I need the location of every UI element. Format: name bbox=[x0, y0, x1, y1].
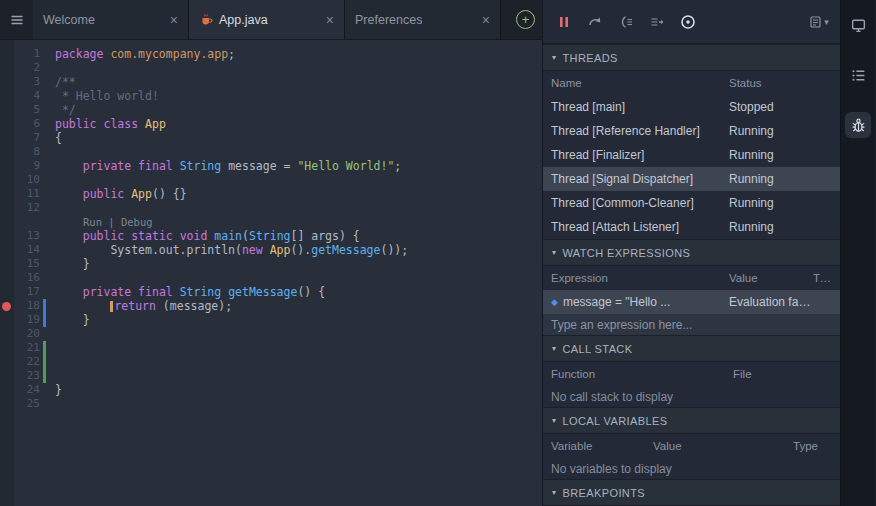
line-number[interactable]: 24 bbox=[14, 383, 40, 397]
breakpoint-margin[interactable] bbox=[0, 285, 14, 299]
breakpoint-margin[interactable] bbox=[0, 159, 14, 173]
code-text[interactable]: * Hello world! bbox=[49, 89, 159, 103]
line-number[interactable]: 2 bbox=[14, 61, 40, 75]
breakpoint-margin[interactable] bbox=[0, 257, 14, 271]
breakpoint-margin[interactable] bbox=[0, 355, 14, 369]
code-text[interactable]: } bbox=[49, 257, 90, 271]
code-text[interactable]: return (message); bbox=[49, 299, 232, 313]
code-line[interactable]: 8 bbox=[0, 145, 542, 159]
code-line[interactable]: 21 bbox=[0, 341, 542, 355]
line-number[interactable]: 18 bbox=[14, 299, 40, 313]
close-icon[interactable]: × bbox=[326, 13, 334, 27]
code-text[interactable]: System.out.println(new App().getMessage(… bbox=[49, 243, 408, 257]
line-number[interactable]: 25 bbox=[14, 397, 40, 411]
line-number[interactable]: 10 bbox=[14, 173, 40, 187]
code-line[interactable]: 14 System.out.println(new App().getMessa… bbox=[0, 243, 542, 257]
watch-section-header[interactable]: ▾ WATCH EXPRESSIONS bbox=[543, 239, 840, 266]
breakpoint-icon[interactable] bbox=[2, 302, 11, 311]
code-line[interactable]: 10 bbox=[0, 173, 542, 187]
code-text[interactable] bbox=[49, 397, 55, 411]
code-line[interactable]: 19 } bbox=[0, 313, 542, 327]
thread-row[interactable]: Thread [Reference Handler]Running bbox=[543, 119, 840, 143]
code-text[interactable]: private final String message = "Hello Wo… bbox=[49, 159, 401, 173]
line-number[interactable]: 21 bbox=[14, 341, 40, 355]
breakpoint-margin[interactable] bbox=[0, 131, 14, 145]
breakpoint-margin[interactable] bbox=[0, 103, 14, 117]
breakpoint-margin[interactable] bbox=[0, 187, 14, 201]
breakpoint-margin[interactable] bbox=[0, 117, 14, 131]
step-over-button[interactable] bbox=[584, 11, 606, 33]
code-line[interactable]: 6public class App bbox=[0, 117, 542, 131]
code-text[interactable]: */ bbox=[49, 103, 76, 117]
line-number[interactable]: 1 bbox=[14, 47, 40, 61]
breakpoint-margin[interactable] bbox=[0, 89, 14, 103]
line-number[interactable]: 15 bbox=[14, 257, 40, 271]
line-number[interactable]: 8 bbox=[14, 145, 40, 159]
breakpoint-margin[interactable] bbox=[0, 201, 14, 215]
callstack-section-header[interactable]: ▾ CALL STACK bbox=[543, 335, 840, 362]
breakpoint-margin[interactable] bbox=[0, 341, 14, 355]
breakpoint-margin[interactable] bbox=[0, 383, 14, 397]
code-text[interactable] bbox=[49, 173, 55, 187]
code-text[interactable] bbox=[49, 61, 55, 75]
line-number[interactable]: 9 bbox=[14, 159, 40, 173]
breakpoint-margin[interactable] bbox=[0, 243, 14, 257]
list-view-button[interactable] bbox=[845, 62, 871, 88]
line-number[interactable]: 23 bbox=[14, 369, 40, 383]
code-line[interactable]: 16 bbox=[0, 271, 542, 285]
code-line[interactable]: 20 bbox=[0, 327, 542, 341]
code-line[interactable]: 25 bbox=[0, 397, 542, 411]
line-number[interactable]: 22 bbox=[14, 355, 40, 369]
breakpoint-margin[interactable] bbox=[0, 229, 14, 243]
code-line[interactable]: 12 bbox=[0, 201, 542, 215]
line-number[interactable]: 7 bbox=[14, 131, 40, 145]
line-number[interactable]: 6 bbox=[14, 117, 40, 131]
thread-row[interactable]: Thread [Finalizer]Running bbox=[543, 143, 840, 167]
thread-row[interactable]: Thread [Signal Dispatcher]Running bbox=[543, 167, 840, 191]
code-line[interactable]: 7{ bbox=[0, 131, 542, 145]
breakpoint-margin[interactable] bbox=[0, 173, 14, 187]
code-editor[interactable]: 1package com.mycompany.app;23/**4 * Hell… bbox=[0, 40, 542, 506]
tab-welcome[interactable]: Welcome × bbox=[33, 0, 189, 39]
tab-app-java[interactable]: App.java × bbox=[189, 0, 345, 39]
line-number[interactable]: 20 bbox=[14, 327, 40, 341]
breakpoint-margin[interactable] bbox=[0, 61, 14, 75]
code-text[interactable] bbox=[49, 355, 55, 369]
new-tab-button[interactable]: + bbox=[516, 10, 535, 29]
breakpoint-margin[interactable] bbox=[0, 369, 14, 383]
threads-section-header[interactable]: ▾ THREADS bbox=[543, 44, 840, 71]
code-text[interactable]: { bbox=[49, 131, 62, 145]
breakpoint-dot[interactable] bbox=[0, 299, 14, 313]
code-text[interactable]: } bbox=[49, 313, 90, 327]
stop-record-button[interactable] bbox=[677, 11, 699, 33]
code-line[interactable]: 15 } bbox=[0, 257, 542, 271]
breakpoint-margin[interactable] bbox=[0, 145, 14, 159]
breakpoint-margin[interactable] bbox=[0, 397, 14, 411]
code-line[interactable]: 1package com.mycompany.app; bbox=[0, 47, 542, 61]
code-line[interactable]: 22 bbox=[0, 355, 542, 369]
line-number[interactable]: 17 bbox=[14, 285, 40, 299]
breakpoint-margin[interactable] bbox=[0, 75, 14, 89]
code-text[interactable] bbox=[49, 145, 55, 159]
line-number[interactable] bbox=[14, 215, 40, 229]
code-text[interactable] bbox=[49, 201, 55, 215]
code-text[interactable] bbox=[49, 369, 55, 383]
breakpoint-margin[interactable] bbox=[0, 47, 14, 61]
line-number[interactable]: 16 bbox=[14, 271, 40, 285]
code-line[interactable]: 23 bbox=[0, 369, 542, 383]
watch-row[interactable]: ◆message = "Hello ...Evaluation failed..… bbox=[543, 290, 840, 314]
pause-button[interactable] bbox=[553, 11, 575, 33]
step-into-button[interactable] bbox=[615, 11, 637, 33]
code-line[interactable]: 3/** bbox=[0, 75, 542, 89]
codelens-row[interactable]: Run | Debug bbox=[0, 215, 542, 229]
line-number[interactable]: 13 bbox=[14, 229, 40, 243]
code-line[interactable]: 2 bbox=[0, 61, 542, 75]
monitor-view-button[interactable] bbox=[845, 12, 871, 38]
tab-preferences[interactable]: Preferences × bbox=[345, 0, 501, 39]
code-line[interactable]: 4 * Hello world! bbox=[0, 89, 542, 103]
main-menu-button[interactable] bbox=[0, 0, 33, 39]
code-text[interactable]: public class App bbox=[49, 117, 166, 131]
code-line[interactable]: 9 private final String message = "Hello … bbox=[0, 159, 542, 173]
code-text[interactable]: private final String getMessage() { bbox=[49, 285, 325, 299]
close-icon[interactable]: × bbox=[170, 13, 178, 27]
